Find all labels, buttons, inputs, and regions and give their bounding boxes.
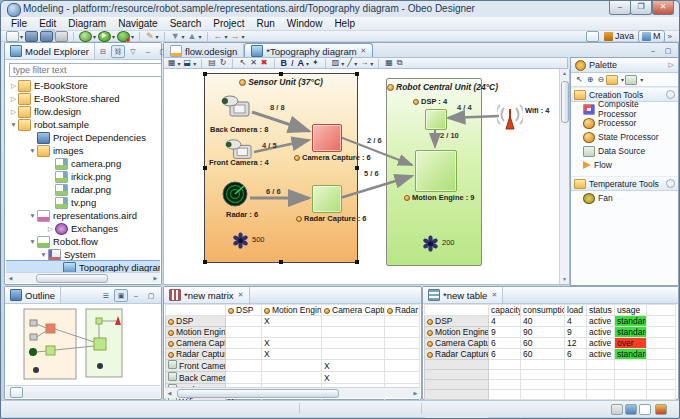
matrix-cell[interactable]: X [262,338,322,349]
edge-label[interactable]: 6 / 6 [266,187,281,196]
pencil-icon[interactable]: ✎ [146,31,154,41]
node-dsp[interactable] [425,109,447,130]
maximize-view-icon[interactable]: ▢ [144,289,158,302]
twisty-icon[interactable]: ▼ [28,238,37,245]
matrix-tab[interactable]: *new matrix ✕ [164,287,250,303]
tree-item-camera-png[interactable]: camera.png [6,157,160,170]
explorer-horizontal-scrollbar[interactable]: ◀ ▶ [6,272,160,283]
twisty-icon[interactable]: ▼ [28,212,37,219]
matrix-cell[interactable]: X [262,349,322,360]
palette-item-fan[interactable]: Fan [571,191,678,205]
front-camera-label[interactable]: Front Camera : 4 [209,158,269,167]
tree-item-radar-png[interactable]: radar.png [6,183,160,196]
minimize-view-icon[interactable]: – [141,45,155,58]
font-dropdown-icon[interactable]: ▾ [306,60,309,67]
matrix-cell[interactable] [385,360,420,372]
cell-capacity[interactable]: 4 [489,316,521,327]
link-with-editor-icon[interactable]: ⛓ [111,45,125,58]
close-tab-icon[interactable]: ✕ [491,291,497,299]
matrix-cell[interactable] [322,349,385,360]
arrow-type-icon[interactable]: → [360,58,368,68]
scroll-right-icon[interactable]: ▶ [411,389,420,397]
close-tab-icon[interactable]: ✕ [361,47,367,55]
matrix-row-radar-capture[interactable]: Radar Capture [166,349,226,360]
delete-from-model-icon[interactable]: ✖ [261,58,268,68]
cell-status[interactable]: active [587,349,615,360]
cell-consumption[interactable]: 40 [521,316,565,327]
font-color-icon[interactable]: A [298,58,305,68]
forward-icon[interactable]: → [231,31,240,41]
edge-label[interactable]: 8 / 8 [270,103,285,112]
outline-tree-mode-icon[interactable]: ☰ [99,289,113,302]
matrix-row-front-camera[interactable]: Front Camera [166,360,226,372]
cell-load[interactable]: 12 [565,338,587,349]
col-usage[interactable]: usage [615,305,647,316]
layout-mode-icon[interactable]: ▦ [168,58,176,68]
minimize-editor-icon[interactable]: – [646,44,660,57]
fan-icon[interactable] [422,235,439,252]
delete-icon[interactable]: ✕ [250,58,257,68]
matrix-cell[interactable] [322,327,385,338]
perspective-java-button[interactable]: Java [600,30,638,43]
menu-help[interactable]: Help [328,18,361,29]
matrix-cell[interactable] [385,316,420,327]
canvas-vertical-scrollbar[interactable]: ▲ ▼ [559,69,569,284]
matrix-cell[interactable] [226,338,262,349]
col-load[interactable]: load [565,305,587,316]
new-wizard-icon[interactable] [6,31,19,42]
back-camera-icon[interactable] [220,93,252,121]
matrix-cell[interactable] [322,338,385,349]
tree-item-ebookstore[interactable]: ▷E-BookStore [6,79,160,92]
cell-consumption[interactable]: 60 [521,338,565,349]
fill-color-icon[interactable]: ▨ [332,58,340,68]
select-tool-icon[interactable]: ↖ [576,75,583,84]
back-icon[interactable]: ← [214,31,223,41]
cell-load[interactable]: 4 [565,316,587,327]
cell-load[interactable]: 9 [565,327,587,338]
cell-usage[interactable]: standard [615,316,647,327]
matrix-cell[interactable] [385,372,420,384]
diagram-canvas[interactable]: Sensor Unit (37°C) Robot Central Unit (2… [163,69,570,285]
tree-item-tv-png[interactable]: tv.png [6,196,160,209]
palette-header[interactable]: Palette ▷ [571,58,678,73]
matrix-row-motion-engine[interactable]: Motion Engine [166,327,226,338]
twisty-icon[interactable]: ▼ [28,147,37,154]
scrollbar-thumb[interactable] [177,389,339,398]
perspective-overflow-chevron[interactable]: » [668,32,672,41]
row-camera-capture[interactable]: Camera Capture [425,338,489,349]
tree-item-robot-flow[interactable]: ▼Robot.flow [6,235,160,248]
scroll-down-icon[interactable]: ▼ [560,275,569,284]
status-sync-icon[interactable] [625,404,637,415]
arrow-dropdown-icon[interactable]: ▾ [370,60,373,67]
matrix-col-motion-engine[interactable]: Motion Engine [262,305,322,316]
matrix-cell[interactable] [262,360,322,372]
node-camera-capture[interactable] [312,124,342,152]
menu-window[interactable]: Window [281,18,329,29]
table-tab[interactable]: *new table ✕ [423,287,503,303]
align-dropdown-icon[interactable]: ▾ [193,60,196,67]
matrix-row-back-camera[interactable]: Back Camera [166,372,226,384]
collapse-all-icon[interactable]: ⊟ [96,45,110,58]
zoom-out-icon[interactable]: ⊖ [597,75,604,84]
external-tools-icon[interactable] [117,31,130,42]
minimize-button[interactable]: – [609,1,631,15]
save-all-icon[interactable] [40,31,53,42]
menu-project[interactable]: Project [207,18,250,29]
forward-dropdown-icon[interactable]: ▾ [242,33,245,40]
debug-icon[interactable] [79,31,92,42]
refresh-icon[interactable]: ↻ [220,58,227,68]
col-status[interactable]: status [587,305,615,316]
cell-consumption[interactable]: 90 [521,327,565,338]
fill-dropdown-icon[interactable]: ▾ [341,60,344,67]
matrix-col-dsp[interactable]: DSP [226,305,262,316]
italic-icon[interactable]: I [291,58,294,68]
outline-tool-icon[interactable] [10,387,23,398]
outline-thumbnail-mode-icon[interactable]: ▣ [114,289,128,302]
row-radar-capture[interactable]: Radar Capture [425,349,489,360]
zoom-in-icon[interactable]: ⊕ [587,75,594,84]
line-dropdown-icon[interactable]: ▾ [354,60,357,67]
radar-icon[interactable] [222,181,249,208]
radar-capture-label[interactable]: Radar Capture : 6 [296,214,367,223]
robot-fan-value[interactable]: 200 [442,238,455,247]
edge-label[interactable]: 2 / 6 [367,136,382,145]
